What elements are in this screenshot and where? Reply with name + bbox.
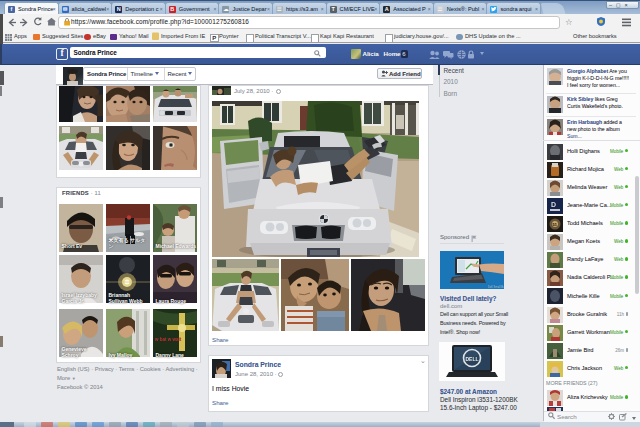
svg-text:D: D xyxy=(551,201,556,208)
svg-text:51: 51 xyxy=(552,222,557,227)
svg-text:DELL: DELL xyxy=(466,355,479,361)
svg-text:Dell Small Bus: Dell Small Bus xyxy=(488,285,504,289)
